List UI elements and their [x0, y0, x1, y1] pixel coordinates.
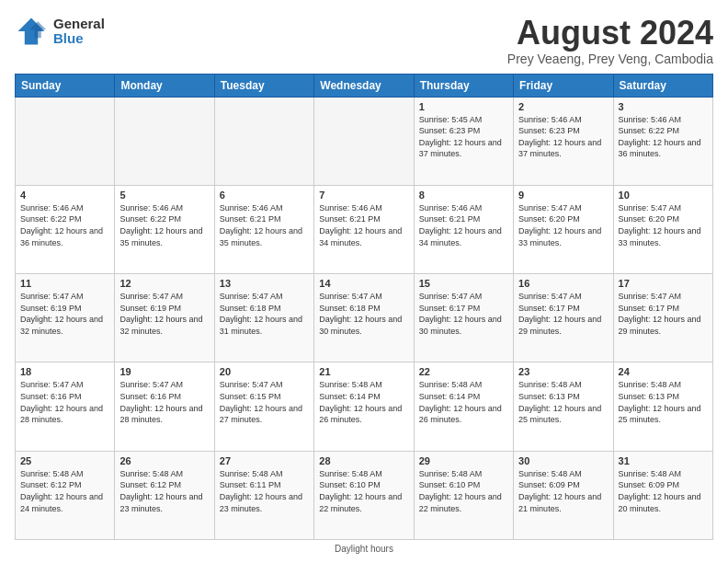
week-row-4: 25 Sunrise: 5:48 AMSunset: 6:12 PMDaylig… [16, 451, 713, 539]
day-cell: 16 Sunrise: 5:47 AMSunset: 6:17 PMDaylig… [514, 274, 613, 362]
day-cell: 18 Sunrise: 5:47 AMSunset: 6:16 PMDaylig… [16, 362, 115, 451]
day-cell [314, 97, 414, 185]
day-number: 9 [518, 190, 608, 201]
day-number: 16 [518, 278, 608, 289]
week-row-1: 4 Sunrise: 5:46 AMSunset: 6:22 PMDayligh… [16, 185, 713, 273]
header-monday: Monday [115, 74, 214, 97]
day-cell: 11 Sunrise: 5:47 AMSunset: 6:19 PMDaylig… [16, 274, 115, 362]
day-cell: 25 Sunrise: 5:48 AMSunset: 6:12 PMDaylig… [16, 451, 115, 539]
top-section: General Blue August 2024 Prey Veaeng, Pr… [15, 15, 713, 66]
day-info: Sunrise: 5:47 AMSunset: 6:19 PMDaylight:… [20, 292, 103, 336]
day-number: 28 [319, 455, 408, 466]
calendar-table: Sunday Monday Tuesday Wednesday Thursday… [15, 74, 713, 540]
day-cell [214, 97, 313, 185]
logo: General Blue [15, 15, 105, 48]
day-info: Sunrise: 5:48 AMSunset: 6:14 PMDaylight:… [419, 380, 502, 424]
day-cell: 2 Sunrise: 5:46 AMSunset: 6:23 PMDayligh… [514, 97, 613, 185]
day-cell: 12 Sunrise: 5:47 AMSunset: 6:19 PMDaylig… [115, 274, 214, 362]
day-cell: 23 Sunrise: 5:48 AMSunset: 6:13 PMDaylig… [514, 362, 613, 451]
calendar-title: August 2024 [507, 15, 713, 52]
day-number: 19 [119, 366, 209, 377]
day-number: 21 [319, 366, 408, 377]
day-number: 10 [619, 190, 708, 201]
day-info: Sunrise: 5:47 AMSunset: 6:17 PMDaylight:… [518, 292, 601, 336]
day-cell: 13 Sunrise: 5:47 AMSunset: 6:18 PMDaylig… [214, 274, 313, 362]
day-cell: 21 Sunrise: 5:48 AMSunset: 6:14 PMDaylig… [314, 362, 414, 451]
header-tuesday: Tuesday [214, 74, 313, 97]
header-row: Sunday Monday Tuesday Wednesday Thursday… [16, 74, 713, 97]
day-info: Sunrise: 5:47 AMSunset: 6:20 PMDaylight:… [518, 203, 601, 247]
day-cell: 28 Sunrise: 5:48 AMSunset: 6:10 PMDaylig… [314, 451, 414, 539]
day-number: 7 [319, 190, 408, 201]
header-saturday: Saturday [613, 74, 712, 97]
day-number: 20 [220, 366, 309, 377]
day-info: Sunrise: 5:47 AMSunset: 6:18 PMDaylight:… [220, 292, 302, 336]
day-number: 22 [419, 366, 508, 377]
day-cell: 9 Sunrise: 5:47 AMSunset: 6:20 PMDayligh… [514, 185, 613, 273]
day-cell: 17 Sunrise: 5:47 AMSunset: 6:17 PMDaylig… [613, 274, 712, 362]
day-cell: 14 Sunrise: 5:47 AMSunset: 6:18 PMDaylig… [314, 274, 414, 362]
day-number: 30 [518, 455, 608, 466]
day-number: 23 [518, 366, 608, 377]
day-info: Sunrise: 5:46 AMSunset: 6:22 PMDaylight:… [20, 203, 103, 247]
day-number: 26 [119, 455, 209, 466]
day-number: 2 [518, 101, 608, 112]
week-row-2: 11 Sunrise: 5:47 AMSunset: 6:19 PMDaylig… [16, 274, 713, 362]
day-info: Sunrise: 5:48 AMSunset: 6:11 PMDaylight:… [220, 469, 302, 513]
day-cell: 20 Sunrise: 5:47 AMSunset: 6:15 PMDaylig… [214, 362, 313, 451]
day-cell: 5 Sunrise: 5:46 AMSunset: 6:22 PMDayligh… [115, 185, 214, 273]
week-row-3: 18 Sunrise: 5:47 AMSunset: 6:16 PMDaylig… [16, 362, 713, 451]
day-info: Sunrise: 5:46 AMSunset: 6:21 PMDaylight:… [419, 203, 502, 247]
week-row-0: 1 Sunrise: 5:45 AMSunset: 6:23 PMDayligh… [16, 97, 713, 185]
day-info: Sunrise: 5:46 AMSunset: 6:21 PMDaylight:… [220, 203, 302, 247]
day-number: 11 [20, 278, 109, 289]
day-number: 31 [619, 455, 708, 466]
day-number: 3 [619, 101, 708, 112]
day-cell [16, 97, 115, 185]
day-info: Sunrise: 5:48 AMSunset: 6:14 PMDaylight:… [319, 380, 402, 424]
logo-icon [15, 15, 48, 48]
day-info: Sunrise: 5:47 AMSunset: 6:16 PMDaylight:… [20, 380, 103, 424]
page: General Blue August 2024 Prey Veaeng, Pr… [0, 0, 728, 563]
day-cell: 30 Sunrise: 5:48 AMSunset: 6:09 PMDaylig… [514, 451, 613, 539]
day-number: 17 [619, 278, 708, 289]
day-cell: 29 Sunrise: 5:48 AMSunset: 6:10 PMDaylig… [414, 451, 513, 539]
day-info: Sunrise: 5:47 AMSunset: 6:19 PMDaylight:… [119, 292, 202, 336]
day-info: Sunrise: 5:48 AMSunset: 6:10 PMDaylight:… [419, 469, 502, 513]
day-cell: 10 Sunrise: 5:47 AMSunset: 6:20 PMDaylig… [613, 185, 712, 273]
logo-blue-text: Blue [53, 31, 105, 47]
day-number: 14 [319, 278, 408, 289]
footer-note: Daylight hours [15, 544, 713, 554]
day-cell: 1 Sunrise: 5:45 AMSunset: 6:23 PMDayligh… [414, 97, 513, 185]
day-info: Sunrise: 5:46 AMSunset: 6:21 PMDaylight:… [319, 203, 402, 247]
day-number: 1 [419, 101, 508, 112]
day-number: 27 [220, 455, 309, 466]
day-cell: 19 Sunrise: 5:47 AMSunset: 6:16 PMDaylig… [115, 362, 214, 451]
day-info: Sunrise: 5:48 AMSunset: 6:12 PMDaylight:… [20, 469, 103, 513]
header-thursday: Thursday [414, 74, 513, 97]
day-cell: 8 Sunrise: 5:46 AMSunset: 6:21 PMDayligh… [414, 185, 513, 273]
day-number: 25 [20, 455, 109, 466]
day-number: 8 [419, 190, 508, 201]
header-friday: Friday [514, 74, 613, 97]
header-sunday: Sunday [16, 74, 115, 97]
day-cell: 7 Sunrise: 5:46 AMSunset: 6:21 PMDayligh… [314, 185, 414, 273]
day-cell: 31 Sunrise: 5:48 AMSunset: 6:09 PMDaylig… [613, 451, 712, 539]
day-cell: 15 Sunrise: 5:47 AMSunset: 6:17 PMDaylig… [414, 274, 513, 362]
day-info: Sunrise: 5:48 AMSunset: 6:13 PMDaylight:… [518, 380, 601, 424]
day-cell: 27 Sunrise: 5:48 AMSunset: 6:11 PMDaylig… [214, 451, 313, 539]
day-info: Sunrise: 5:47 AMSunset: 6:17 PMDaylight:… [619, 292, 701, 336]
day-info: Sunrise: 5:47 AMSunset: 6:16 PMDaylight:… [119, 380, 202, 424]
day-cell: 6 Sunrise: 5:46 AMSunset: 6:21 PMDayligh… [214, 185, 313, 273]
day-info: Sunrise: 5:48 AMSunset: 6:10 PMDaylight:… [319, 469, 402, 513]
day-info: Sunrise: 5:46 AMSunset: 6:22 PMDaylight:… [619, 115, 701, 159]
day-number: 18 [20, 366, 109, 377]
day-number: 5 [119, 190, 209, 201]
day-number: 29 [419, 455, 508, 466]
day-info: Sunrise: 5:46 AMSunset: 6:22 PMDaylight:… [119, 203, 202, 247]
day-cell: 3 Sunrise: 5:46 AMSunset: 6:22 PMDayligh… [613, 97, 712, 185]
header-wednesday: Wednesday [314, 74, 414, 97]
calendar-subtitle: Prey Veaeng, Prey Veng, Cambodia [507, 52, 713, 66]
day-info: Sunrise: 5:48 AMSunset: 6:13 PMDaylight:… [619, 380, 701, 424]
day-info: Sunrise: 5:48 AMSunset: 6:12 PMDaylight:… [119, 469, 202, 513]
